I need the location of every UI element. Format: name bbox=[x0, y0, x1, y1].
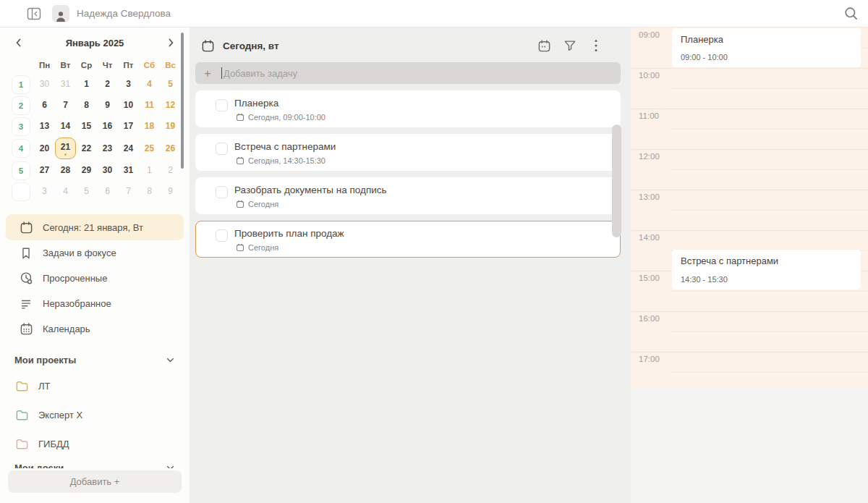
calendar-day[interactable]: 6 bbox=[97, 182, 118, 201]
task-row[interactable]: Разобрать документы на подпись Сегодня bbox=[195, 177, 621, 214]
sidebar-menu: Сегодня: 21 января, Вт Задачи в фокусе П… bbox=[0, 214, 190, 342]
task-checkbox[interactable] bbox=[216, 99, 228, 111]
half-hour-line bbox=[671, 331, 868, 332]
calendar-day[interactable]: 7 bbox=[118, 182, 139, 201]
calendar-day[interactable]: 31 bbox=[55, 75, 76, 94]
calendar-day[interactable]: 3 bbox=[34, 182, 55, 201]
timeline-event[interactable]: Встреча с партнерами 14:30 - 15:30 bbox=[672, 250, 861, 289]
calendar-day[interactable]: 25 bbox=[139, 139, 160, 158]
weekday-header: Пн bbox=[39, 57, 50, 73]
task-checkbox[interactable] bbox=[216, 143, 228, 155]
week-number[interactable] bbox=[12, 182, 30, 201]
calendar-day[interactable]: 26 bbox=[160, 139, 181, 158]
calendar-day[interactable]: 1 bbox=[139, 161, 160, 180]
calendar-month-title: Январь 2025 bbox=[66, 38, 124, 48]
calendar-day[interactable]: 8 bbox=[139, 182, 160, 201]
calendar-icon bbox=[201, 38, 216, 53]
calendar-day[interactable]: 7 bbox=[55, 96, 76, 115]
calendar-day[interactable]: 4 bbox=[139, 75, 160, 94]
calendar-day[interactable]: 17 bbox=[118, 117, 139, 136]
task-meta: Сегодня, 09:00-10:00 bbox=[236, 113, 326, 122]
user-avatar[interactable] bbox=[52, 5, 69, 22]
mini-calendar-grid: Пн Вт Ср Чт Пт Сб Вс 1 30 31 1 2 3 4 5 2… bbox=[0, 57, 190, 201]
calendar-day[interactable]: 15 bbox=[76, 117, 97, 136]
plus-icon: + bbox=[204, 67, 211, 80]
calendar-icon bbox=[236, 113, 244, 122]
calendar-day[interactable]: 2 bbox=[97, 75, 118, 94]
calendar-day[interactable]: 31 bbox=[118, 161, 139, 180]
projects-section-header[interactable]: Мои проекты bbox=[0, 355, 190, 365]
calendar-day[interactable]: 24 bbox=[118, 139, 139, 158]
task-date: Сегодня bbox=[248, 243, 278, 252]
calendar-day[interactable]: 16 bbox=[97, 117, 118, 136]
calendar-day[interactable]: 13 bbox=[34, 117, 55, 136]
calendar-day[interactable]: 29 bbox=[76, 161, 97, 180]
calendar-day[interactable]: 27 bbox=[34, 161, 55, 180]
calendar-day[interactable]: 10 bbox=[118, 96, 139, 115]
calendar-day[interactable]: 18 bbox=[139, 117, 160, 136]
calendar-day[interactable]: 30 bbox=[34, 75, 55, 94]
sidebar-item-overdue[interactable]: Просроченные bbox=[6, 266, 184, 291]
sidebar-scrollbar[interactable] bbox=[181, 33, 184, 169]
calendar-day[interactable]: 12 bbox=[160, 96, 181, 115]
calendar-day[interactable]: 28 bbox=[55, 161, 76, 180]
sidebar-item-calendar[interactable]: Календарь bbox=[6, 316, 184, 342]
calendar-day[interactable]: 20 bbox=[34, 139, 55, 158]
calendar-day[interactable]: 19 bbox=[160, 117, 181, 136]
calendar-day[interactable]: 14 bbox=[55, 117, 76, 136]
week-number[interactable]: 4 bbox=[12, 139, 30, 158]
unsorted-lines-icon bbox=[19, 297, 33, 311]
task-checkbox[interactable] bbox=[216, 229, 228, 242]
timeline-panel: 09:00 10:00 11:00 12:00 13:00 14:00 15:0… bbox=[631, 28, 868, 503]
week-number[interactable]: 1 bbox=[12, 75, 30, 94]
filter-icon[interactable] bbox=[563, 38, 577, 53]
project-item-lt[interactable]: ЛТ bbox=[0, 371, 190, 400]
hour-line bbox=[631, 352, 868, 352]
calendar-day[interactable]: 22 bbox=[76, 139, 97, 158]
calendar-day[interactable]: 5 bbox=[76, 182, 97, 201]
calendar-day[interactable]: 8 bbox=[76, 96, 97, 115]
week-number[interactable]: 5 bbox=[12, 161, 30, 180]
calendar-day[interactable]: 11 bbox=[139, 96, 160, 115]
calendar-day[interactable]: 23 bbox=[97, 139, 118, 158]
week-number[interactable]: 3 bbox=[12, 117, 30, 136]
sidebar-item-today[interactable]: Сегодня: 21 января, Вт bbox=[6, 214, 184, 240]
add-task-input[interactable]: + Добавить задачу bbox=[195, 62, 621, 84]
timeline-event[interactable]: Планерка 09:00 - 10:00 bbox=[672, 28, 861, 67]
search-icon[interactable] bbox=[843, 6, 859, 22]
kebab-menu-icon[interactable] bbox=[589, 38, 603, 53]
sidebar-item-inbox[interactable]: Неразобранное bbox=[6, 291, 184, 316]
calendar-day[interactable]: 1 bbox=[76, 75, 97, 94]
calendar-day[interactable]: 5 bbox=[160, 75, 181, 94]
calendar-day[interactable]: 30 bbox=[97, 161, 118, 180]
add-project-button[interactable]: Добавить + bbox=[8, 470, 182, 493]
project-item-gibdd[interactable]: ГИБДД bbox=[0, 429, 190, 458]
calendar-prev-icon[interactable] bbox=[13, 37, 25, 48]
user-name[interactable]: Надежда Свердлова bbox=[77, 8, 171, 19]
calendar-day-selected[interactable]: 21 bbox=[55, 138, 76, 159]
sidebar-item-focus[interactable]: Задачи в фокусе bbox=[6, 240, 184, 266]
project-item-expert-x[interactable]: Эксперт Х bbox=[0, 400, 190, 429]
calendar-day[interactable]: 2 bbox=[160, 161, 181, 180]
event-title: Планерка bbox=[681, 34, 852, 45]
main-scrollbar[interactable] bbox=[612, 124, 621, 237]
calendar-day[interactable]: 9 bbox=[160, 182, 181, 201]
task-row[interactable]: Встреча с партнерами Сегодня, 14:30-15:3… bbox=[195, 134, 621, 171]
week-number[interactable]: 2 bbox=[12, 96, 30, 115]
clock-overdue-icon bbox=[19, 271, 33, 286]
calendar-next-icon[interactable] bbox=[165, 37, 176, 48]
sidebar-item-label: Сегодня: 21 января, Вт bbox=[43, 222, 143, 233]
main-header: Сегодня, вт bbox=[190, 28, 631, 59]
collapse-sidebar-icon[interactable] bbox=[26, 7, 42, 21]
folder-icon bbox=[14, 436, 29, 451]
chevron-down-icon[interactable] bbox=[166, 355, 175, 365]
calendar-day[interactable]: 6 bbox=[34, 96, 55, 115]
task-checkbox[interactable] bbox=[216, 186, 228, 198]
calendar-day[interactable]: 3 bbox=[118, 75, 139, 94]
calendar-day[interactable]: 4 bbox=[55, 182, 76, 201]
task-row[interactable]: Планерка Сегодня, 09:00-10:00 bbox=[195, 90, 621, 127]
event-time: 09:00 - 10:00 bbox=[681, 53, 852, 62]
task-row-selected[interactable]: Проверить план продаж Сегодня bbox=[195, 221, 621, 258]
calendar-day[interactable]: 9 bbox=[97, 96, 118, 115]
calendar-view-icon[interactable] bbox=[537, 38, 551, 53]
